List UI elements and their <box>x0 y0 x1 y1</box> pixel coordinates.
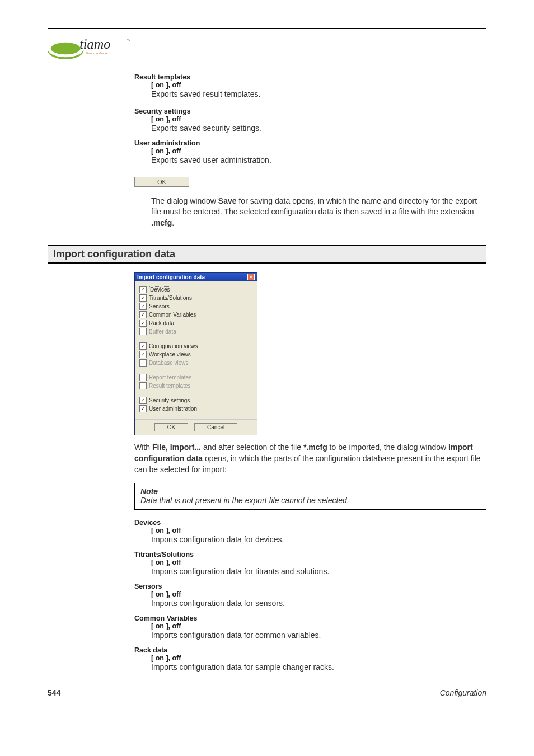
checkbox-icon: ✓ <box>139 311 147 318</box>
checkbox-row[interactable]: ✓Security settings <box>139 397 252 404</box>
item-option: [ on ], off <box>151 147 486 155</box>
checkbox-row[interactable]: ✓Rack data <box>139 320 252 327</box>
checkbox-icon <box>139 382 147 389</box>
checkbox-row[interactable]: ✓Workplace views <box>139 351 252 358</box>
checkbox-label: Sensors <box>149 303 170 309</box>
checkbox-row[interactable]: ✓Sensors <box>139 303 252 310</box>
checkbox-row: Database views <box>139 359 252 367</box>
export-options-block: Result templates [ on ], off Exports sav… <box>134 73 486 228</box>
checkbox-row[interactable]: ✓Configuration views <box>139 342 252 350</box>
list-item: Security settings [ on ], off Exports sa… <box>134 107 486 134</box>
item-desc: Exports saved security settings. <box>151 123 486 134</box>
page-footer: 544 Configuration <box>48 688 486 697</box>
save-dialog-paragraph: The dialog window Save for saving data o… <box>151 196 486 229</box>
list-item: User administration [ on ], off Exports … <box>134 139 486 166</box>
item-heading: Sensors <box>134 583 486 590</box>
separator <box>139 339 252 339</box>
item-desc: Imports configuration data for sensors. <box>151 598 486 609</box>
checkbox-label: Common Variables <box>149 312 196 318</box>
footer-section: Configuration <box>440 688 486 697</box>
checkbox-icon <box>139 359 147 367</box>
separator <box>139 370 252 370</box>
checkbox-icon: ✓ <box>139 351 147 358</box>
checkbox-label: User administration <box>149 406 197 412</box>
item-option: [ on ], off <box>151 558 486 566</box>
checkbox-icon: ✓ <box>139 405 147 412</box>
ok-button[interactable]: OK <box>154 423 188 431</box>
checkbox-icon: ✓ <box>139 303 147 310</box>
checkbox-row[interactable]: ✓Devices <box>139 286 252 293</box>
list-item: Devices [ on ], off Imports configuratio… <box>134 519 486 545</box>
dialog-buttons: OK Cancel <box>135 423 257 435</box>
list-item: Titrants/Solutions [ on ], off Imports c… <box>134 551 486 577</box>
item-option: [ on ], off <box>151 115 486 123</box>
dialog-titlebar: Import configuration data × <box>135 273 257 281</box>
checkbox-label: Result templates <box>149 383 190 389</box>
item-heading: Security settings <box>134 107 486 115</box>
checkbox-row[interactable]: ✓Common Variables <box>139 311 252 318</box>
item-option: [ on ], off <box>151 527 486 534</box>
checkbox-label: Workplace views <box>149 351 191 358</box>
list-item: Result templates [ on ], off Exports sav… <box>134 73 486 100</box>
item-desc: Imports configuration data for titrants … <box>151 566 486 577</box>
checkbox-label: Configuration views <box>149 343 198 349</box>
checkbox-icon: ✓ <box>139 397 147 404</box>
item-heading: User administration <box>134 139 486 147</box>
checkbox-row: Result templates <box>139 382 252 389</box>
note-title: Note <box>140 487 480 496</box>
separator <box>135 419 257 420</box>
page-number: 544 <box>48 688 60 697</box>
dialog-body: ✓Devices ✓Titrants/Solutions ✓Sensors ✓C… <box>135 281 257 416</box>
import-paragraph: With File, Import... and after selection… <box>134 442 486 475</box>
list-item: Common Variables [ on ], off Imports con… <box>134 614 486 641</box>
note-body: Data that is not present in the export f… <box>140 496 480 505</box>
checkbox-icon <box>139 328 147 335</box>
checkbox-label: Report templates <box>149 374 191 381</box>
item-option: [ on ], off <box>151 81 486 89</box>
item-desc: Exports saved user administration. <box>151 155 486 166</box>
tiamo-logo: tiamo ™ titration and more <box>48 32 152 60</box>
item-heading: Rack data <box>134 646 486 654</box>
dialog-title-text: Import configuration data <box>137 274 205 280</box>
checkbox-label: Titrants/Solutions <box>149 295 192 301</box>
top-rule <box>48 28 486 29</box>
checkbox-label: Security settings <box>149 397 190 403</box>
item-desc: Imports configuration data for devices. <box>151 534 486 545</box>
checkbox-icon: ✓ <box>139 320 147 327</box>
checkbox-row[interactable]: ✓User administration <box>139 405 252 412</box>
item-desc: Exports saved result templates. <box>151 89 486 100</box>
svg-text:titration and more: titration and more <box>86 51 108 55</box>
item-heading: Result templates <box>134 73 486 81</box>
item-desc: Imports configuration data for common va… <box>151 630 486 641</box>
item-heading: Devices <box>134 519 486 527</box>
checkbox-icon <box>139 374 147 381</box>
ok-button-graphic: OK <box>134 177 189 187</box>
checkbox-label: Buffer data <box>149 328 176 335</box>
section-heading: Import configuration data <box>48 245 486 264</box>
item-heading: Common Variables <box>134 614 486 622</box>
checkbox-label: Devices <box>149 286 171 293</box>
checkbox-row: Buffer data <box>139 328 252 335</box>
svg-point-2 <box>51 43 81 54</box>
cancel-button[interactable]: Cancel <box>194 423 237 431</box>
checkbox-icon: ✓ <box>139 286 147 293</box>
item-desc: Imports configuration data for sample ch… <box>151 662 486 673</box>
checkbox-row[interactable]: ✓Titrants/Solutions <box>139 294 252 302</box>
list-item: Sensors [ on ], off Imports configuratio… <box>134 583 486 609</box>
item-option: [ on ], off <box>151 622 486 630</box>
import-config-dialog: Import configuration data × ✓Devices ✓Ti… <box>134 272 257 435</box>
svg-text:tiamo: tiamo <box>79 36 110 51</box>
item-option: [ on ], off <box>151 590 486 598</box>
item-option: [ on ], off <box>151 654 486 662</box>
checkbox-label: Database views <box>149 360 189 366</box>
checkbox-icon: ✓ <box>139 342 147 350</box>
svg-text:™: ™ <box>127 39 130 43</box>
checkbox-label: Rack data <box>149 320 174 326</box>
list-item: Rack data [ on ], off Imports configurat… <box>134 646 486 673</box>
checkbox-icon: ✓ <box>139 294 147 302</box>
close-icon[interactable]: × <box>247 274 255 280</box>
checkbox-row: Report templates <box>139 374 252 381</box>
item-heading: Titrants/Solutions <box>134 551 486 558</box>
separator <box>139 393 252 393</box>
note-box: Note Data that is not present in the exp… <box>134 483 486 510</box>
